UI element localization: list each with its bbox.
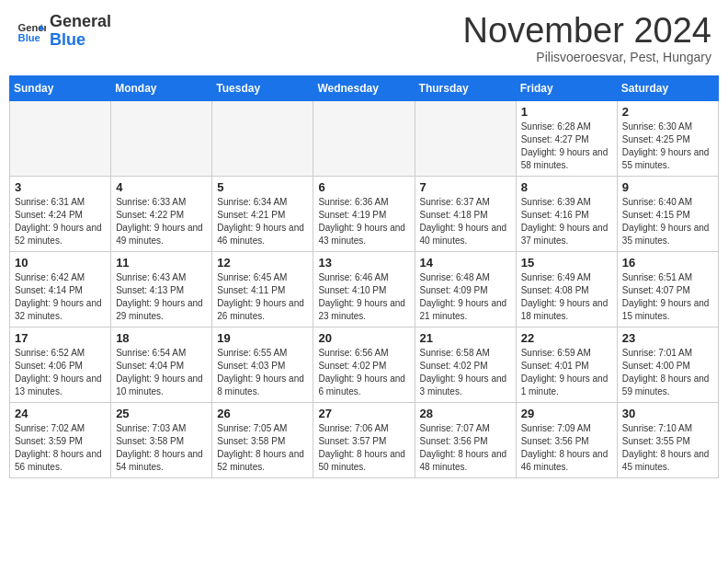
day-detail: Sunrise: 6:45 AM Sunset: 4:11 PM Dayligh… — [217, 271, 308, 323]
calendar-cell: 3Sunrise: 6:31 AM Sunset: 4:24 PM Daylig… — [10, 177, 111, 252]
calendar-cell: 21Sunrise: 6:58 AM Sunset: 4:02 PM Dayli… — [415, 327, 516, 403]
calendar-cell: 1Sunrise: 6:28 AM Sunset: 4:27 PM Daylig… — [516, 101, 617, 177]
weekday-header-monday: Monday — [111, 76, 212, 101]
calendar-cell: 5Sunrise: 6:34 AM Sunset: 4:21 PM Daylig… — [212, 177, 313, 252]
calendar-cell: 23Sunrise: 7:01 AM Sunset: 4:00 PM Dayli… — [617, 327, 718, 403]
day-number: 15 — [521, 256, 612, 270]
day-detail: Sunrise: 6:34 AM Sunset: 4:21 PM Dayligh… — [217, 196, 308, 247]
calendar-cell: 25Sunrise: 7:03 AM Sunset: 3:58 PM Dayli… — [111, 403, 212, 478]
day-detail: Sunrise: 6:46 AM Sunset: 4:10 PM Dayligh… — [318, 271, 409, 323]
logo: General Blue General Blue — [17, 13, 111, 50]
day-number: 13 — [318, 256, 409, 270]
day-detail: Sunrise: 7:09 AM Sunset: 3:56 PM Dayligh… — [521, 422, 612, 474]
day-number: 4 — [116, 180, 207, 194]
day-detail: Sunrise: 6:56 AM Sunset: 4:02 PM Dayligh… — [318, 347, 409, 398]
calendar-cell: 8Sunrise: 6:39 AM Sunset: 4:16 PM Daylig… — [516, 177, 617, 252]
calendar-cell — [111, 101, 212, 177]
weekday-header-thursday: Thursday — [415, 76, 516, 101]
day-detail: Sunrise: 6:33 AM Sunset: 4:22 PM Dayligh… — [116, 196, 207, 247]
day-detail: Sunrise: 6:48 AM Sunset: 4:09 PM Dayligh… — [420, 271, 511, 323]
logo-icon: General Blue — [17, 17, 46, 46]
calendar-cell: 28Sunrise: 7:07 AM Sunset: 3:56 PM Dayli… — [415, 403, 516, 478]
day-number: 21 — [420, 331, 511, 345]
calendar-cell: 11Sunrise: 6:43 AM Sunset: 4:13 PM Dayli… — [111, 252, 212, 327]
calendar-cell: 17Sunrise: 6:52 AM Sunset: 4:06 PM Dayli… — [10, 327, 111, 403]
day-number: 14 — [420, 256, 511, 270]
day-number: 27 — [318, 407, 409, 420]
weekday-header-sunday: Sunday — [10, 76, 111, 101]
day-detail: Sunrise: 6:43 AM Sunset: 4:13 PM Dayligh… — [116, 271, 207, 323]
calendar-cell: 18Sunrise: 6:54 AM Sunset: 4:04 PM Dayli… — [111, 327, 212, 403]
calendar-cell: 6Sunrise: 6:36 AM Sunset: 4:19 PM Daylig… — [313, 177, 415, 252]
calendar-cell — [313, 101, 415, 177]
day-number: 25 — [116, 407, 207, 420]
calendar-cell: 26Sunrise: 7:05 AM Sunset: 3:58 PM Dayli… — [212, 403, 313, 478]
day-number: 18 — [116, 331, 207, 345]
week-row-2: 3Sunrise: 6:31 AM Sunset: 4:24 PM Daylig… — [10, 177, 719, 252]
weekday-header-wednesday: Wednesday — [313, 76, 415, 101]
logo-text: General Blue — [50, 13, 111, 50]
calendar-cell — [10, 101, 111, 177]
calendar-cell: 20Sunrise: 6:56 AM Sunset: 4:02 PM Dayli… — [313, 327, 415, 403]
day-number: 10 — [15, 256, 106, 270]
day-number: 9 — [622, 180, 713, 194]
week-row-5: 24Sunrise: 7:02 AM Sunset: 3:59 PM Dayli… — [10, 403, 719, 478]
calendar-cell: 13Sunrise: 6:46 AM Sunset: 4:10 PM Dayli… — [313, 252, 415, 327]
day-number: 1 — [521, 105, 612, 119]
week-row-4: 17Sunrise: 6:52 AM Sunset: 4:06 PM Dayli… — [10, 327, 719, 403]
day-number: 12 — [217, 256, 308, 270]
svg-text:Blue: Blue — [18, 32, 40, 43]
week-row-3: 10Sunrise: 6:42 AM Sunset: 4:14 PM Dayli… — [10, 252, 719, 327]
day-number: 20 — [318, 331, 409, 345]
calendar-cell: 29Sunrise: 7:09 AM Sunset: 3:56 PM Dayli… — [516, 403, 617, 478]
calendar-cell: 30Sunrise: 7:10 AM Sunset: 3:55 PM Dayli… — [617, 403, 718, 478]
day-detail: Sunrise: 7:02 AM Sunset: 3:59 PM Dayligh… — [15, 422, 106, 474]
day-detail: Sunrise: 6:39 AM Sunset: 4:16 PM Dayligh… — [521, 196, 612, 247]
day-number: 19 — [217, 331, 308, 345]
calendar-cell — [212, 101, 313, 177]
day-detail: Sunrise: 6:40 AM Sunset: 4:15 PM Dayligh… — [622, 196, 713, 247]
day-number: 16 — [622, 256, 713, 270]
title-block: November 2024 Pilisvoeroesvar, Pest, Hun… — [463, 13, 711, 64]
day-number: 2 — [622, 105, 713, 119]
day-detail: Sunrise: 7:07 AM Sunset: 3:56 PM Dayligh… — [420, 422, 511, 474]
calendar-cell: 22Sunrise: 6:59 AM Sunset: 4:01 PM Dayli… — [516, 327, 617, 403]
week-row-1: 1Sunrise: 6:28 AM Sunset: 4:27 PM Daylig… — [10, 101, 719, 177]
day-detail: Sunrise: 7:01 AM Sunset: 4:00 PM Dayligh… — [622, 347, 713, 398]
weekday-header-row: SundayMondayTuesdayWednesdayThursdayFrid… — [10, 76, 719, 101]
day-detail: Sunrise: 6:55 AM Sunset: 4:03 PM Dayligh… — [217, 347, 308, 398]
day-detail: Sunrise: 6:30 AM Sunset: 4:25 PM Dayligh… — [622, 121, 713, 172]
day-number: 17 — [15, 331, 106, 345]
day-number: 5 — [217, 180, 308, 194]
day-detail: Sunrise: 6:42 AM Sunset: 4:14 PM Dayligh… — [15, 271, 106, 323]
day-number: 7 — [420, 180, 511, 194]
month-title: November 2024 — [463, 13, 711, 48]
location-subtitle: Pilisvoeroesvar, Pest, Hungary — [463, 50, 711, 64]
weekday-header-tuesday: Tuesday — [212, 76, 313, 101]
day-number: 24 — [15, 407, 106, 420]
weekday-header-friday: Friday — [516, 76, 617, 101]
page-header: General Blue General Blue November 2024 … — [9, 9, 719, 68]
calendar-cell: 24Sunrise: 7:02 AM Sunset: 3:59 PM Dayli… — [10, 403, 111, 478]
day-number: 8 — [521, 180, 612, 194]
day-detail: Sunrise: 6:31 AM Sunset: 4:24 PM Dayligh… — [15, 196, 106, 247]
calendar-cell: 14Sunrise: 6:48 AM Sunset: 4:09 PM Dayli… — [415, 252, 516, 327]
weekday-header-saturday: Saturday — [617, 76, 718, 101]
day-number: 22 — [521, 331, 612, 345]
calendar-cell: 2Sunrise: 6:30 AM Sunset: 4:25 PM Daylig… — [617, 101, 718, 177]
calendar-cell: 12Sunrise: 6:45 AM Sunset: 4:11 PM Dayli… — [212, 252, 313, 327]
calendar-cell: 15Sunrise: 6:49 AM Sunset: 4:08 PM Dayli… — [516, 252, 617, 327]
calendar-cell: 7Sunrise: 6:37 AM Sunset: 4:18 PM Daylig… — [415, 177, 516, 252]
day-detail: Sunrise: 6:37 AM Sunset: 4:18 PM Dayligh… — [420, 196, 511, 247]
day-detail: Sunrise: 6:52 AM Sunset: 4:06 PM Dayligh… — [15, 347, 106, 398]
calendar-cell: 4Sunrise: 6:33 AM Sunset: 4:22 PM Daylig… — [111, 177, 212, 252]
day-detail: Sunrise: 7:10 AM Sunset: 3:55 PM Dayligh… — [622, 422, 713, 474]
day-detail: Sunrise: 6:51 AM Sunset: 4:07 PM Dayligh… — [622, 271, 713, 323]
day-number: 11 — [116, 256, 207, 270]
day-number: 3 — [15, 180, 106, 194]
day-detail: Sunrise: 7:05 AM Sunset: 3:58 PM Dayligh… — [217, 422, 308, 474]
day-detail: Sunrise: 6:59 AM Sunset: 4:01 PM Dayligh… — [521, 347, 612, 398]
calendar-cell: 19Sunrise: 6:55 AM Sunset: 4:03 PM Dayli… — [212, 327, 313, 403]
day-detail: Sunrise: 6:28 AM Sunset: 4:27 PM Dayligh… — [521, 121, 612, 172]
day-number: 26 — [217, 407, 308, 420]
